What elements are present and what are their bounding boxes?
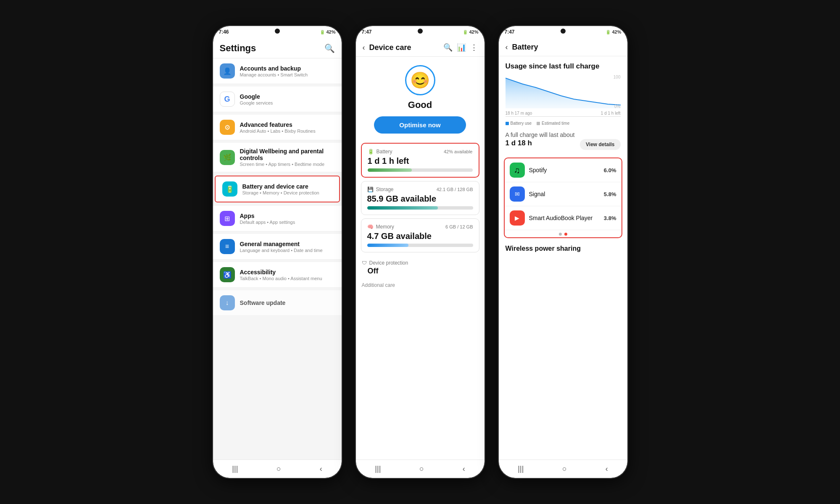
back-button-2[interactable]: ‹ [363, 43, 365, 52]
memory-card[interactable]: 🧠 Memory 6 GB / 12 GB 4.7 GB available [361, 218, 479, 252]
smart-audio-icon: ▶ [510, 210, 525, 226]
battery-care-name: Battery and device care [242, 183, 332, 190]
app-battery-spotify[interactable]: ♫ Spotify 6.0% [505, 158, 621, 182]
device-care-search-icon[interactable]: 🔍 [443, 43, 453, 52]
status-icons-1: 🔋 42% [320, 29, 335, 34]
settings-item-accessibility[interactable]: ♿ Accessibility TalkBack • Mono audio • … [213, 262, 342, 288]
storage-card-value: 85.9 GB available [367, 194, 473, 204]
nav-recents-1[interactable]: ||| [232, 465, 238, 473]
storage-card-label: 💾 Storage [367, 186, 394, 192]
memory-card-value: 4.7 GB available [367, 231, 473, 241]
settings-item-apps[interactable]: ⊞ Apps Default apps • App settings [213, 206, 342, 231]
smiley-section: 😊 Good Optimise now [356, 57, 485, 139]
nav-bar-3: ||| ○ ‹ [499, 459, 627, 478]
smart-audio-name: Smart AudioBook Player [529, 215, 604, 221]
advanced-text: Advanced features Android Auto • Labs • … [240, 121, 335, 134]
dot-2 [564, 233, 567, 236]
time-3: 7:47 [505, 29, 515, 35]
battery-pct-1: 42% [326, 29, 335, 34]
time-1: 7:46 [219, 29, 229, 35]
battery-care-sub: Storage • Memory • Device protection [242, 190, 332, 195]
general-name: General management [240, 241, 335, 247]
settings-item-software[interactable]: ↓ Software update [213, 290, 342, 316]
nav-home-2[interactable]: ○ [419, 465, 424, 473]
nav-back-1[interactable]: ‹ [320, 465, 322, 473]
camera-notch-3 [561, 29, 566, 34]
battery-pct-2: 42% [469, 29, 478, 34]
view-details-button[interactable]: View details [580, 139, 620, 150]
battery-card-value: 1 d 1 h left [368, 156, 473, 166]
apps-icon: ⊞ [220, 211, 235, 226]
signal-symbol: ✉ [515, 191, 520, 197]
back-button-3[interactable]: ‹ [506, 43, 508, 52]
nav-bar-2: ||| ○ ‹ [356, 459, 485, 478]
google-name: Google [240, 93, 335, 100]
nav-back-3[interactable]: ‹ [606, 465, 608, 473]
smiley-face: 😊 [410, 71, 430, 89]
status-bar-1: 7:46 🔋 42% [213, 26, 342, 38]
settings-item-google[interactable]: G Google Google services [213, 87, 342, 112]
spotify-percent: 6.0% [604, 167, 616, 173]
settings-item-battery-care[interactable]: 🔋 Battery and device care Storage • Memo… [215, 176, 340, 202]
legend-blue-dot [506, 122, 509, 125]
chart-100: 100 [614, 75, 621, 79]
nav-bar-1: ||| ○ ‹ [213, 459, 342, 478]
battery-chart-svg [506, 75, 621, 108]
settings-search-icon[interactable]: 🔍 [324, 43, 335, 53]
full-charge-section: A full charge will last about 1 d 18 h V… [499, 129, 627, 151]
signal-percent: 5.8% [604, 191, 616, 197]
software-text: Software update [240, 299, 335, 306]
wireless-title: Wireless power sharing [506, 245, 621, 252]
accessibility-name: Accessibility [240, 269, 335, 276]
device-care-chart-icon[interactable]: 📊 [457, 43, 466, 52]
dot-1 [559, 233, 562, 236]
battery-header: ‹ Battery [499, 38, 627, 56]
optimise-button[interactable]: Optimise now [374, 116, 466, 134]
battery-card[interactable]: 🔋 Battery 42% available 1 d 1 h left [361, 143, 479, 178]
signal-icon: ✉ [510, 186, 525, 202]
device-care-more-icon[interactable]: ⋮ [470, 43, 478, 52]
device-protection-value: Off [362, 266, 479, 279]
memory-bar-fill [367, 244, 408, 247]
storage-card[interactable]: 💾 Storage 42.1 GB / 128 GB 85.9 GB avail… [361, 181, 479, 215]
accounts-sub: Manage accounts • Smart Switch [240, 72, 335, 77]
settings-item-wellbeing[interactable]: 🌿 Digital Wellbeing and parental control… [213, 143, 342, 172]
app-battery-smart-audio[interactable]: ▶ Smart AudioBook Player 3.8% [505, 206, 621, 230]
nav-home-3[interactable]: ○ [562, 465, 567, 473]
device-care-body: 😊 Good Optimise now 🔋 Battery 42% availa… [356, 57, 485, 459]
status-icons-2: 🔋 42% [463, 29, 478, 34]
accessibility-icon: ♿ [220, 267, 235, 282]
full-charge-label: A full charge will last about [499, 129, 627, 139]
device-care-title: Device care [369, 43, 439, 52]
legend-battery-use: Battery use [506, 121, 532, 126]
nav-home-1[interactable]: ○ [276, 465, 281, 473]
nav-recents-3[interactable]: ||| [518, 465, 524, 473]
chart-right-label: 1 d 1 h left [601, 111, 621, 116]
app-battery-signal[interactable]: ✉ Signal 5.8% [505, 182, 621, 206]
nav-back-2[interactable]: ‹ [463, 465, 465, 473]
settings-item-general[interactable]: ≡ General management Language and keyboa… [213, 234, 342, 260]
battery-card-icon: 🔋 [368, 149, 374, 155]
smiley-icon: 😊 [405, 65, 435, 95]
wireless-section[interactable]: Wireless power sharing [499, 242, 627, 255]
settings-header: Settings 🔍 [213, 38, 342, 58]
settings-item-accounts[interactable]: 👤 Accounts and backup Manage accounts • … [213, 58, 342, 84]
legend-gray-dot [537, 122, 540, 125]
smart-audio-percent: 3.8% [604, 215, 616, 221]
storage-mini-bar [367, 206, 473, 210]
device-care-header: ‹ Device care 🔍 📊 ⋮ [356, 38, 485, 57]
storage-card-right: 42.1 GB / 128 GB [437, 187, 473, 192]
device-protection-icon: 🛡 [362, 260, 367, 266]
battery-icon-2: 🔋 [463, 30, 468, 34]
nav-recents-2[interactable]: ||| [375, 465, 381, 473]
spotify-symbol: ♫ [514, 165, 520, 175]
good-label: Good [408, 100, 432, 110]
battery-icon-3: 🔋 [606, 30, 611, 34]
advanced-sub: Android Auto • Labs • Bixby Routines [240, 129, 335, 134]
wellbeing-sub: Screen time • App timers • Bedtime mode [240, 162, 335, 167]
smart-audio-symbol: ▶ [515, 215, 519, 221]
apps-name: Apps [240, 213, 335, 219]
usage-title: Usage since last full charge [499, 56, 627, 73]
settings-item-advanced[interactable]: ⚙ Advanced features Android Auto • Labs … [213, 115, 342, 140]
status-bar-3: 7:47 🔋 42% [499, 26, 627, 38]
